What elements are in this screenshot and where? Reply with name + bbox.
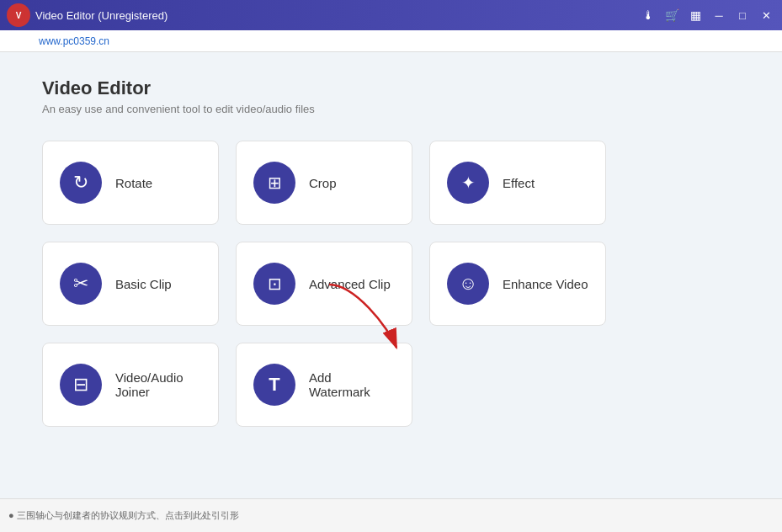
restore-button[interactable]: □ bbox=[733, 6, 752, 24]
tools-grid: Rotate Crop Effect Basic Clip Advanced C… bbox=[42, 141, 740, 427]
advanced-clip-card[interactable]: Advanced Clip bbox=[236, 242, 412, 326]
bottom-bar: ● 三围轴心与创建者的协议规则方式、点击到此处引引形 bbox=[0, 498, 782, 532]
website-url: www.pc0359.cn bbox=[39, 35, 109, 47]
minimize-button[interactable]: ─ bbox=[710, 6, 728, 24]
cart-icon[interactable]: 🛒 bbox=[662, 6, 681, 24]
rotate-icon bbox=[60, 162, 102, 204]
thermometer-icon[interactable]: 🌡 bbox=[639, 6, 657, 24]
grid-icon[interactable]: ▦ bbox=[686, 6, 705, 24]
app-logo: V bbox=[7, 3, 30, 27]
effect-label: Effect bbox=[503, 176, 535, 190]
effect-icon bbox=[447, 162, 489, 204]
svg-text:V: V bbox=[16, 11, 22, 20]
add-watermark-card[interactable]: Add Watermark bbox=[236, 343, 412, 427]
crop-label: Crop bbox=[309, 176, 337, 190]
window-controls: 🌡 🛒 ▦ ─ □ ✕ bbox=[639, 6, 775, 24]
close-button[interactable]: ✕ bbox=[757, 6, 775, 24]
joiner-icon bbox=[60, 364, 102, 406]
website-bar: www.pc0359.cn bbox=[0, 30, 782, 52]
rotate-card[interactable]: Rotate bbox=[42, 141, 219, 225]
enhance-video-card[interactable]: Enhance Video bbox=[429, 242, 606, 326]
basic-clip-label: Basic Clip bbox=[115, 277, 172, 291]
advanced-clip-icon bbox=[253, 263, 295, 305]
basic-clip-icon bbox=[60, 263, 102, 305]
rotate-label: Rotate bbox=[115, 176, 152, 190]
app-title: Video Editor (Unregistered) bbox=[35, 9, 168, 22]
bottom-text: ● 三围轴心与创建者的协议规则方式、点击到此处引引形 bbox=[8, 509, 239, 522]
effect-card[interactable]: Effect bbox=[429, 141, 606, 225]
page-subtitle: An easy use and convenient tool to edit … bbox=[42, 103, 740, 115]
enhance-video-icon bbox=[447, 263, 489, 305]
title-bar: V Video Editor (Unregistered) 🌡 🛒 ▦ ─ □ … bbox=[0, 0, 782, 30]
page-title: Video Editor bbox=[42, 77, 740, 99]
watermark-label: Add Watermark bbox=[309, 370, 395, 399]
watermark-icon bbox=[253, 364, 295, 406]
video-audio-joiner-card[interactable]: Video/Audio Joiner bbox=[42, 343, 219, 427]
crop-card[interactable]: Crop bbox=[236, 141, 412, 225]
enhance-video-label: Enhance Video bbox=[503, 277, 588, 291]
advanced-clip-label: Advanced Clip bbox=[309, 277, 391, 291]
joiner-label: Video/Audio Joiner bbox=[115, 370, 201, 399]
crop-icon bbox=[253, 162, 295, 204]
basic-clip-card[interactable]: Basic Clip bbox=[42, 242, 219, 326]
main-content: Video Editor An easy use and convenient … bbox=[0, 52, 782, 532]
